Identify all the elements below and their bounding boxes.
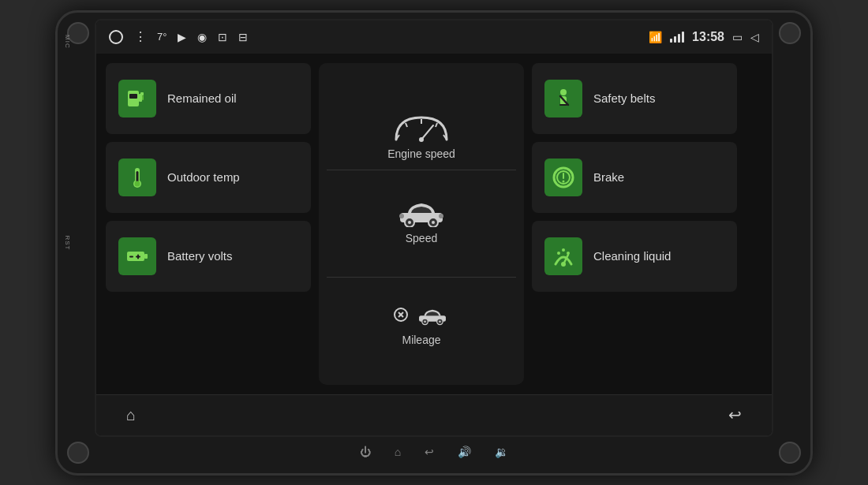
time-display: 13:58 <box>692 30 724 44</box>
gallery-icon[interactable]: ⊟ <box>238 31 248 43</box>
outdoor-temp-label: Outdoor temp <box>167 170 240 184</box>
svg-point-28 <box>399 214 404 218</box>
svg-point-26 <box>432 221 435 224</box>
battery-icon-bg <box>118 237 156 275</box>
warning-icon <box>393 307 409 323</box>
left-column: Remained oil Outdoor temp <box>106 63 311 385</box>
engine-speed-label: Engine speed <box>387 147 455 160</box>
battery-volts-label: Battery volts <box>167 249 233 263</box>
svg-line-18 <box>436 123 437 127</box>
svg-point-25 <box>408 221 411 224</box>
device-outer: MIC RST ⋮ 7° ▶ ◉ ⊡ ⊟ 📶 <box>55 10 813 476</box>
center-top[interactable]: Engine speed <box>319 63 524 170</box>
svg-point-46 <box>557 252 560 255</box>
home-button[interactable]: ⌂ <box>120 400 142 431</box>
seatbelt-icon-bg <box>544 80 582 118</box>
center-column: Engine speed <box>319 63 524 385</box>
svg-point-44 <box>563 180 565 182</box>
volume-down-icon[interactable]: 🔉 <box>495 446 508 458</box>
camera-icon[interactable]: ◉ <box>197 31 207 43</box>
status-bar: ⋮ 7° ▶ ◉ ⊡ ⊟ 📶 13:58 ▭ <box>96 21 772 54</box>
mileage-label: Mileage <box>402 334 440 346</box>
svg-rect-3 <box>140 92 144 95</box>
home-device-icon[interactable]: ⌂ <box>395 446 401 458</box>
car-svg <box>394 196 449 227</box>
status-right: 📶 13:58 ▭ ◁ <box>649 30 759 44</box>
svg-rect-8 <box>137 171 139 182</box>
tile-remained-oil[interactable]: Remained oil <box>106 63 311 134</box>
center-bottom[interactable]: Mileage <box>319 278 524 384</box>
svg-point-49 <box>561 262 566 267</box>
safety-belts-label: Safety belts <box>593 91 655 105</box>
svg-point-48 <box>567 252 570 255</box>
svg-rect-1 <box>129 94 137 99</box>
tile-safety-belts[interactable]: Safety belts <box>532 63 737 134</box>
svg-line-16 <box>406 123 407 127</box>
svg-rect-43 <box>563 173 564 179</box>
right-column: Safety belts Brake <box>532 63 737 385</box>
mount-hole-br <box>779 442 801 464</box>
return-device-icon[interactable]: ↩ <box>425 446 434 458</box>
temperature-badge: 7° <box>157 31 166 43</box>
youtube-icon[interactable]: ▶ <box>178 31 186 43</box>
svg-line-20 <box>421 125 433 140</box>
device-bottom: ⏻ ⌂ ↩ 🔊 🔉 <box>360 437 508 467</box>
mount-hole-tr <box>779 22 801 44</box>
svg-rect-4 <box>142 95 144 100</box>
tile-brake[interactable]: Brake <box>532 142 737 213</box>
gauge-svg <box>390 111 453 143</box>
main-content: Remained oil Outdoor temp <box>96 54 772 394</box>
svg-point-35 <box>424 320 426 323</box>
svg-point-21 <box>419 137 424 142</box>
mileage-car-icon <box>415 304 450 326</box>
photo-icon[interactable]: ⊡ <box>218 31 227 43</box>
mic-label: MIC <box>64 35 71 49</box>
wiper-icon-bg <box>544 237 582 275</box>
svg-point-27 <box>439 214 443 218</box>
svg-point-9 <box>135 181 140 186</box>
speed-label: Speed <box>406 232 437 244</box>
back-icon[interactable]: ◁ <box>750 31 759 43</box>
svg-rect-11 <box>144 254 148 259</box>
thermometer-icon-bg <box>118 159 156 196</box>
tile-cleaning-liquid[interactable]: Cleaning liquid <box>532 221 737 292</box>
center-middle[interactable]: Speed <box>319 170 524 277</box>
menu-dots-icon[interactable]: ⋮ <box>134 29 146 44</box>
cleaning-liquid-label: Cleaning liquid <box>593 249 671 263</box>
wifi-icon <box>670 32 684 43</box>
svg-rect-14 <box>137 254 139 259</box>
nav-bar: ⌂ ↩ <box>96 394 772 435</box>
svg-point-36 <box>439 320 441 323</box>
fuel-icon-bg <box>118 80 156 118</box>
window-icon[interactable]: ▭ <box>732 31 743 43</box>
mileage-row <box>393 304 450 326</box>
brake-icon-bg <box>544 159 582 196</box>
brake-label: Brake <box>593 170 624 184</box>
status-left: ⋮ 7° ▶ ◉ ⊡ ⊟ <box>109 29 248 44</box>
bluetooth-icon: 📶 <box>649 31 662 43</box>
volume-up-icon[interactable]: 🔊 <box>458 446 471 458</box>
rst-label: RST <box>64 235 71 250</box>
mount-hole-bl <box>67 442 89 464</box>
home-circle-icon[interactable] <box>109 30 123 44</box>
remained-oil-label: Remained oil <box>167 91 237 105</box>
main-screen: ⋮ 7° ▶ ◉ ⊡ ⊟ 📶 13:58 ▭ <box>95 19 773 437</box>
svg-rect-5 <box>130 103 137 105</box>
power-icon[interactable]: ⏻ <box>360 446 371 458</box>
back-button[interactable]: ↩ <box>722 399 748 431</box>
svg-point-37 <box>560 89 567 95</box>
tile-outdoor-temp[interactable]: Outdoor temp <box>106 142 311 213</box>
svg-point-47 <box>562 248 565 252</box>
tile-battery-volts[interactable]: Battery volts <box>106 221 311 292</box>
svg-rect-12 <box>129 256 133 257</box>
